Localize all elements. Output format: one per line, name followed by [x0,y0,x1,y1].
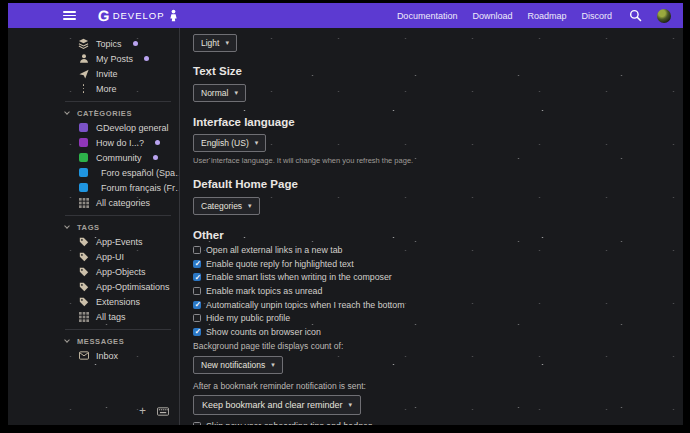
tag-icon [78,282,89,292]
checkbox-box[interactable] [193,287,201,295]
checkbox-open-external-links[interactable]: Open all external links in a new tab [193,245,673,255]
bookmark-reminder-select[interactable]: Keep bookmark and clear reminder [193,395,361,415]
sidebar-divider [65,215,171,216]
sidebar-item-tag[interactable]: App-Events [65,234,177,249]
grid-icon [78,198,89,208]
checkbox-box[interactable] [193,273,201,281]
category-swatch [78,138,89,147]
sidebar-item-label: All tags [96,312,126,322]
sidebar-item-label: Inbox [96,351,118,361]
sidebar-section-tags[interactable]: Tags [65,220,177,234]
keyboard-shortcuts-icon[interactable] [157,407,169,416]
default-home-page-value: Categories [201,201,242,211]
checkbox-hide-profile[interactable]: Hide my public profile [193,313,673,323]
title-count-value: New notifications [201,360,265,370]
checkbox-smart-lists[interactable]: Enable smart lists when writing in the c… [193,272,673,282]
text-size-select[interactable]: Normal [193,84,246,102]
checkbox-box[interactable] [193,246,201,254]
checkbox-label: Hide my public profile [206,313,290,323]
search-icon[interactable] [629,9,642,22]
sidebar-item-category[interactable]: How do I...? [65,135,177,150]
nav-link-documentation[interactable]: Documentation [397,11,458,21]
sidebar-item-tag[interactable]: App-UI [65,249,177,264]
checkbox-label: Enable mark topics as unread [206,286,322,296]
sidebar-item-category[interactable]: Forum français (Fr… [65,180,177,195]
sidebar-item-category[interactable]: Foro español (Spa… [65,165,177,180]
browser-window: G DEVELOP Documentation Download Roadmap… [0,0,690,433]
interface-language-description: User interface language. It will change … [193,156,673,165]
sidebar-item-label: All categories [96,198,150,208]
page-body: Topics My Posts Invite More [8,28,683,425]
tag-label: App-Objects [96,267,146,277]
theme-select[interactable]: Light [193,34,237,52]
category-label: GDevelop general [96,123,169,133]
checkbox-quote-reply[interactable]: Enable quote reply for highlighted text [193,259,673,269]
sidebar-item-all-tags[interactable]: All tags [65,309,177,324]
sidebar-divider [65,329,171,330]
sidebar-item-label: My Posts [96,54,133,64]
sidebar-item-tag[interactable]: Extensions [65,294,177,309]
checkbox-box[interactable] [193,328,201,336]
checkbox-box[interactable] [193,260,201,268]
sidebar-item-topics[interactable]: Topics [65,36,177,51]
logo-g-mark: G [97,8,110,23]
layers-icon [78,38,89,49]
ellipsis-icon [78,84,89,93]
title-count-select[interactable]: New notifications [193,356,283,374]
nav-link-roadmap[interactable]: Roadmap [527,11,566,21]
checkbox-box[interactable] [193,314,201,322]
category-label: Forum français (Fr… [101,183,180,193]
hamburger-menu-icon[interactable] [63,11,76,20]
sidebar-item-my-posts[interactable]: My Posts [65,51,177,66]
text-size-heading: Text Size [193,65,673,78]
grid-icon [78,312,89,322]
sidebar-item-label: More [96,84,117,94]
sidebar-item-all-categories[interactable]: All categories [65,195,177,210]
checkbox-unpin-topics[interactable]: Automatically unpin topics when I reach … [193,300,673,310]
checkbox-browser-icon-counts[interactable]: Show counts on browser icon [193,327,673,337]
chevron-down-icon [64,337,70,343]
checkbox-box[interactable] [193,422,201,425]
interface-language-value: English (US) [201,138,249,148]
nav-link-download[interactable]: Download [472,11,512,21]
interface-language-select[interactable]: English (US) [193,134,266,152]
sidebar-item-category[interactable]: Community [65,150,177,165]
bookmark-reminder-label: After a bookmark reminder notification i… [193,381,673,391]
sidebar-item-tag[interactable]: App-Objects [65,264,177,279]
theme-select-value: Light [201,38,219,48]
tag-icon [78,267,89,277]
category-swatch [78,153,89,162]
tag-label: Extensions [96,297,140,307]
envelope-icon [78,351,89,360]
sidebar-section-messages[interactable]: Messages [65,334,177,348]
section-title: Messages [77,337,124,346]
section-title: Tags [77,223,100,232]
user-avatar[interactable] [657,9,671,23]
sidebar-item-invite[interactable]: Invite [65,66,177,81]
tag-label: App-Events [96,237,143,247]
tag-label: App-UI [96,252,124,262]
default-home-page-select[interactable]: Categories [193,197,260,215]
chevron-down-icon [64,223,70,229]
sidebar-item-category[interactable]: GDevelop general [65,120,177,135]
checkbox-label: Open all external links in a new tab [206,245,342,255]
sidebar-divider [65,101,171,102]
sidebar-item-inbox[interactable]: Inbox [65,348,177,363]
unread-badge [133,41,138,46]
checkbox-label: Show counts on browser icon [206,327,321,337]
tag-icon [78,252,89,262]
sidebar-item-tag[interactable]: App-Optimisations [65,279,177,294]
title-count-label: Background page title displays count of: [193,341,673,351]
tag-icon [78,237,89,247]
sidebar-section-categories[interactable]: Categories [65,106,177,120]
unread-badge [153,155,158,160]
chevron-down-icon [64,109,70,115]
gdevelop-logo[interactable]: G DEVELOP [98,8,178,23]
sidebar-item-more[interactable]: More [65,81,177,96]
checkbox-skip-onboarding[interactable]: Skip new user onboarding tips and badges [193,421,673,425]
add-section-icon[interactable]: + [139,405,146,417]
checkbox-mark-unread[interactable]: Enable mark topics as unread [193,286,673,296]
checkbox-box[interactable] [193,301,201,309]
nav-link-discord[interactable]: Discord [581,11,612,21]
navbar-links: Documentation Download Roadmap Discord [397,9,671,23]
